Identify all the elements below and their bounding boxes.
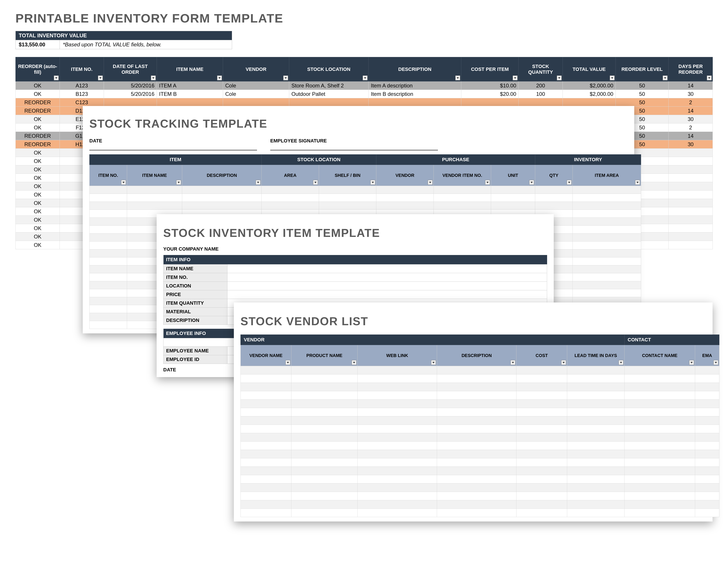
filter-dropdown-icon[interactable] [557, 75, 562, 80]
cell[interactable] [437, 500, 516, 509]
field-input[interactable] [227, 282, 547, 290]
cell[interactable] [573, 186, 641, 194]
col-header[interactable]: WEB LINK [358, 345, 437, 366]
col-header[interactable]: ITEM NAME [157, 57, 223, 81]
cell[interactable] [567, 400, 625, 408]
cell[interactable] [241, 383, 291, 391]
table-row[interactable] [241, 375, 719, 383]
cell[interactable] [358, 442, 437, 450]
cell[interactable] [695, 400, 719, 408]
col-header[interactable]: VENDOR [376, 165, 434, 186]
cell[interactable] [516, 433, 567, 442]
cell[interactable] [437, 400, 516, 408]
filter-dropdown-icon[interactable] [54, 75, 59, 80]
col-header[interactable]: QTY [535, 165, 573, 186]
cell[interactable] [573, 233, 641, 241]
cell[interactable] [625, 366, 695, 375]
cell[interactable] [695, 492, 719, 500]
cell[interactable]: OK [16, 115, 60, 123]
cell[interactable] [695, 458, 719, 467]
cell[interactable] [291, 400, 358, 408]
cell[interactable] [291, 475, 358, 484]
cell[interactable]: ITEM A [157, 81, 223, 90]
cell[interactable] [573, 241, 641, 249]
cell[interactable] [241, 433, 291, 442]
filter-dropdown-icon[interactable] [151, 75, 156, 80]
cell[interactable] [291, 458, 358, 467]
cell[interactable]: 30 [669, 90, 713, 98]
cell[interactable] [291, 500, 358, 509]
cell[interactable]: 200 [519, 81, 563, 90]
cell[interactable] [491, 202, 535, 210]
cell[interactable]: 14 [669, 81, 713, 90]
cell[interactable] [358, 450, 437, 458]
field-input[interactable] [227, 290, 547, 299]
table-row[interactable]: REORDERC123502 [16, 98, 713, 107]
filter-dropdown-icon[interactable] [513, 75, 518, 80]
filter-dropdown-icon[interactable] [510, 360, 515, 365]
cell[interactable] [695, 509, 719, 517]
cell[interactable] [376, 202, 434, 210]
col-header[interactable]: EMA [695, 345, 719, 366]
cell[interactable]: OK [16, 190, 60, 199]
cell[interactable] [90, 241, 127, 249]
cell[interactable] [516, 391, 567, 400]
cell[interactable] [127, 186, 182, 194]
cell[interactable] [241, 475, 291, 484]
cell[interactable] [319, 202, 376, 210]
cell[interactable] [567, 425, 625, 433]
cell[interactable] [567, 475, 625, 484]
filter-dropdown-icon[interactable] [285, 360, 290, 365]
cell[interactable] [358, 484, 437, 492]
cell[interactable]: ITEM B [157, 90, 223, 98]
col-header[interactable]: DATE OF LAST ORDER [104, 57, 157, 81]
table-row[interactable] [241, 383, 719, 391]
filter-dropdown-icon[interactable] [567, 180, 572, 185]
col-header[interactable]: DAYS PER REORDER [669, 57, 713, 81]
field-input[interactable] [227, 264, 547, 273]
cell[interactable] [437, 467, 516, 475]
table-row[interactable] [241, 484, 719, 492]
col-header[interactable]: VENDOR NAME [241, 345, 291, 366]
filter-dropdown-icon[interactable] [707, 75, 712, 80]
cell[interactable] [241, 467, 291, 475]
cell[interactable] [291, 442, 358, 450]
table-row[interactable] [241, 408, 719, 416]
cell[interactable] [669, 224, 713, 232]
cell[interactable] [567, 433, 625, 442]
cell[interactable] [491, 186, 535, 194]
cell[interactable]: 100 [519, 90, 563, 98]
cell[interactable] [291, 391, 358, 400]
cell[interactable] [516, 475, 567, 484]
cell[interactable] [625, 500, 695, 509]
cell[interactable] [669, 199, 713, 207]
cell[interactable] [369, 98, 461, 107]
cell[interactable] [516, 408, 567, 416]
filter-dropdown-icon[interactable] [713, 360, 718, 365]
cell[interactable] [358, 467, 437, 475]
cell[interactable] [90, 194, 127, 202]
cell[interactable] [567, 383, 625, 391]
cell[interactable] [90, 249, 127, 257]
date-input-line[interactable] [89, 144, 257, 150]
cell[interactable] [573, 218, 641, 226]
cell[interactable] [516, 416, 567, 425]
cell[interactable] [567, 375, 625, 383]
cell[interactable] [669, 207, 713, 216]
cell[interactable]: 14 [669, 132, 713, 140]
cell[interactable] [516, 442, 567, 450]
filter-dropdown-icon[interactable] [256, 180, 261, 185]
cell[interactable] [669, 148, 713, 157]
table-row[interactable] [241, 509, 719, 517]
table-row[interactable] [241, 366, 719, 375]
cell[interactable]: OK [16, 90, 60, 98]
cell[interactable] [262, 186, 319, 194]
cell[interactable]: 50 [616, 90, 669, 98]
cell[interactable] [90, 202, 127, 210]
cell[interactable]: OK [16, 174, 60, 182]
cell[interactable]: OK [16, 232, 60, 241]
cell[interactable] [437, 375, 516, 383]
cell[interactable] [516, 450, 567, 458]
col-header[interactable]: DESCRIPTION [437, 345, 516, 366]
col-header[interactable]: REORDER LEVEL [616, 57, 669, 81]
